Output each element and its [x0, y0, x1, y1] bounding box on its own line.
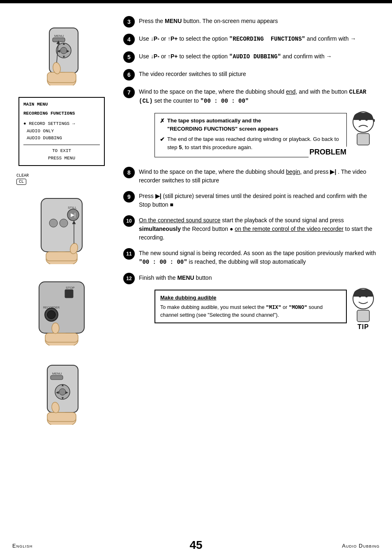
step-8-text: Wind to the space on the tape, where the… — [139, 166, 380, 185]
svg-text:▼: ▼ — [62, 55, 66, 59]
tip-title: Make dubbing audible — [160, 294, 341, 302]
svg-text:MENU: MENU — [52, 372, 62, 375]
top-bar — [0, 0, 392, 3]
footer-left: English — [12, 543, 32, 549]
step-12-number: 12 — [123, 273, 135, 284]
svg-text:▲: ▲ — [61, 383, 65, 387]
problem-box: ✗ The tape stops automatically and the "… — [154, 113, 347, 157]
step-4: 4 Use ↓P- or ↑P+ to select the option "R… — [123, 33, 380, 45]
left-column: MENU ▲ ▼ ◀ ▶ — [0, 12, 119, 433]
device-illustration-4: MENU ▲ ▼ ◀ ▶ — [21, 355, 103, 429]
problem-label: PROBLEM — [309, 147, 347, 158]
step-9-number: 9 — [123, 191, 135, 203]
step-10-text: On the connected sound source start the … — [139, 215, 380, 242]
tip-text: To make dubbing audible, you must select… — [160, 304, 341, 320]
step-6: 6 The video recorder switches to still p… — [123, 69, 380, 81]
menu-item-audio-dubbing-text: AUDIO DUBBING — [27, 135, 62, 142]
device-illustration-3: STOP RECORDER — [21, 274, 103, 348]
svg-rect-42 — [47, 412, 76, 421]
problem-line1: The tape stops automatically and the — [167, 117, 261, 124]
svg-text:STOP: STOP — [66, 286, 75, 290]
problem-x-icon: ✗ — [160, 117, 165, 125]
footer-center: 45 — [189, 539, 202, 552]
step-7-number: 7 — [123, 87, 135, 98]
svg-text:▲: ▲ — [62, 41, 66, 46]
problem-face — [347, 110, 380, 147]
right-column: 3 Press the MENU button. The on-screen m… — [119, 12, 392, 433]
step-6-number: 6 — [123, 69, 135, 81]
tip-face: TIP — [347, 286, 380, 331]
menu-item-audio-only: AUDIO ONLY — [23, 128, 100, 135]
svg-text:▶: ▶ — [65, 390, 68, 394]
step-9: 9 Press ▶| (still picture) several times… — [123, 191, 380, 209]
menu-item-record-text: ● RECORD SETTINGS → — [23, 120, 75, 128]
step-12-text: Finish with the MENU button — [139, 272, 380, 282]
menu-exit: TO EXIT PRESS MENU — [23, 147, 100, 162]
step-3-number: 3 — [123, 16, 135, 28]
step-11-number: 11 — [123, 248, 135, 260]
svg-rect-47 — [357, 134, 369, 145]
svg-rect-51 — [357, 310, 369, 322]
menu-title-line1: MAIN MENU — [23, 101, 100, 108]
menu-title-line2: RECORDING FUNCTIONS — [23, 110, 100, 117]
svg-point-17 — [49, 219, 58, 227]
problem-row-1: ✗ The tape stops automatically and the "… — [160, 117, 341, 133]
step-12: 12 Finish with the MENU button Make dubb… — [123, 272, 380, 331]
menu-display-box: MAIN MENU RECORDING FUNCTIONS ● RECORD S… — [18, 97, 105, 166]
svg-rect-25 — [65, 290, 73, 298]
svg-rect-30 — [45, 333, 78, 342]
cl-button-label: CL — [16, 179, 26, 185]
problem-check-icon: ✔ — [160, 135, 165, 144]
step-9-text: Press ▶| (still picture) several times u… — [139, 191, 380, 209]
device-illustration-1: MENU ▲ ▼ ◀ ▶ — [21, 16, 103, 90]
step-7: 7 Wind to the space on the tape, where t… — [123, 86, 380, 161]
footer-right: Audio Dubbing — [342, 543, 380, 549]
menu-item-audio-only-text: AUDIO ONLY — [27, 128, 54, 135]
step-5: 5 Use ↓P- or ↑P+ to select the option "A… — [123, 51, 380, 63]
step-7-text: Wind to the space on the tape, where the… — [139, 86, 380, 106]
svg-point-4 — [60, 47, 67, 54]
svg-point-28 — [47, 311, 55, 319]
step-10-number: 10 — [123, 215, 135, 227]
step-5-text: Use ↓P- or ↑P+ to select the option "AUD… — [139, 51, 380, 61]
svg-rect-10 — [47, 72, 76, 83]
problem-line1b: "RECORDING FUNCTIONS" screen appears — [167, 126, 278, 132]
step-8-number: 8 — [123, 167, 135, 178]
menu-separator — [23, 145, 100, 145]
step-8: 8 Wind to the space on the tape, where t… — [123, 166, 380, 185]
svg-text:◀: ◀ — [56, 390, 59, 394]
device-illustration-2: STILL ▶| — [21, 192, 103, 266]
step-5-number: 5 — [123, 51, 135, 63]
svg-text:▼: ▼ — [61, 396, 65, 400]
step-3: 3 Press the MENU button. The on-screen m… — [123, 16, 380, 28]
step-3-text: Press the MENU button. The on-screen men… — [139, 16, 380, 25]
tip-label: TIP — [357, 323, 369, 331]
svg-text:▶: ▶ — [67, 49, 69, 53]
menu-exit-line2: PRESS MENU — [23, 155, 100, 162]
step-4-text: Use ↓P- or ↑P+ to select the option "REC… — [139, 33, 380, 44]
svg-rect-34 — [51, 375, 63, 380]
step-11: 11 The new sound signal is being recorde… — [123, 248, 380, 267]
clear-label: CLEAR — [16, 173, 111, 178]
svg-point-36 — [59, 389, 66, 395]
step-11-text: The new sound signal is being recorded. … — [139, 248, 380, 267]
svg-text:▶|: ▶| — [71, 212, 76, 218]
step-10: 10 On the connected sound source start t… — [123, 215, 380, 242]
svg-text:MENU: MENU — [54, 34, 64, 38]
menu-item-audio-dubbing: AUDIO DUBBING — [23, 135, 100, 142]
step-6-text: The video recorder switches to still pic… — [139, 69, 380, 78]
menu-item-record: ● RECORD SETTINGS → — [23, 120, 100, 128]
svg-point-31 — [52, 323, 59, 334]
step-4-number: 4 — [123, 34, 135, 45]
menu-exit-line1: TO EXIT — [23, 147, 100, 155]
tip-box: Make dubbing audible To make dubbing aud… — [154, 290, 347, 323]
svg-point-18 — [60, 219, 68, 227]
